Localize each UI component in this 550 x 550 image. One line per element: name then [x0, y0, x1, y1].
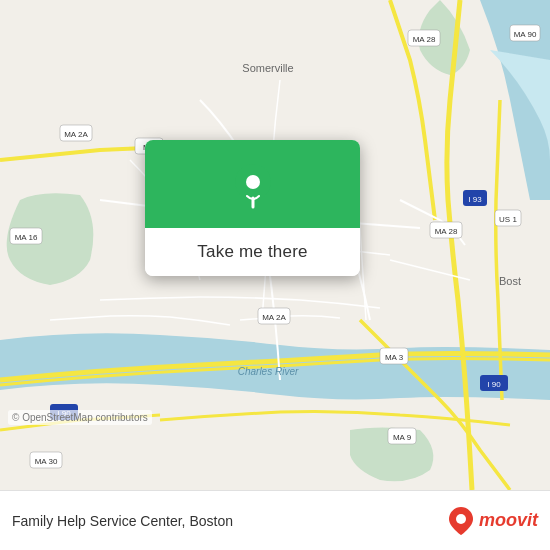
moovit-pin-icon [447, 505, 475, 537]
svg-text:MA 2A: MA 2A [64, 130, 88, 139]
svg-text:Bost: Bost [499, 275, 521, 287]
svg-text:MA 28: MA 28 [413, 35, 436, 44]
popup-card: Take me there [145, 140, 360, 276]
svg-text:MA 16: MA 16 [15, 233, 38, 242]
svg-text:I 90: I 90 [487, 380, 501, 389]
svg-text:Somerville: Somerville [242, 62, 293, 74]
svg-text:Charles River: Charles River [238, 366, 299, 377]
svg-text:MA 9: MA 9 [393, 433, 412, 442]
location-label: Family Help Service Center, Boston [12, 513, 447, 529]
svg-text:MA 90: MA 90 [514, 30, 537, 39]
location-pin-icon [229, 162, 277, 210]
map-attribution: © OpenStreetMap contributors [8, 410, 152, 425]
moovit-logo: moovit [447, 505, 538, 537]
svg-point-34 [246, 175, 260, 189]
svg-text:US 1: US 1 [499, 215, 517, 224]
take-me-there-button[interactable]: Take me there [145, 228, 360, 276]
svg-point-35 [456, 514, 466, 524]
map-container: MA MA 2A MA 28 MA 90 I 93 MA 28 US 1 MA … [0, 0, 550, 490]
bottom-bar: Family Help Service Center, Boston moovi… [0, 490, 550, 550]
moovit-brand-label: moovit [479, 510, 538, 531]
popup-header [145, 140, 360, 228]
svg-text:MA 2A: MA 2A [262, 313, 286, 322]
svg-text:I 93: I 93 [468, 195, 482, 204]
svg-text:MA 30: MA 30 [35, 457, 58, 466]
svg-text:MA 3: MA 3 [385, 353, 404, 362]
svg-text:MA 28: MA 28 [435, 227, 458, 236]
